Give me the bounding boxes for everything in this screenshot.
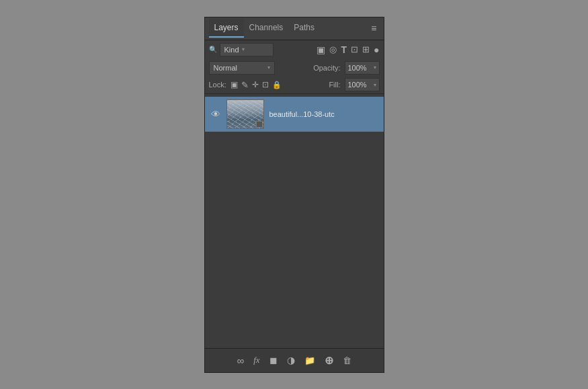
fill-arrow: ▾ [374,82,376,88]
new-layer-icon[interactable]: ⊕ [325,354,333,367]
layer-name: beautiful...10-38-utc [269,110,378,118]
lock-pixels-icon[interactable]: ▣ [230,80,238,89]
tab-layers[interactable]: Layers [209,19,244,38]
blend-row: Normal ▾ Opacity: 100% ▾ [205,59,384,77]
blend-mode-dropdown[interactable]: Normal ▾ [209,61,275,75]
layer-item[interactable]: 👁 beautiful...10-38-utc [205,97,384,132]
opacity-label: Opacity: [313,64,340,72]
bottom-toolbar: ∞ fx ◼ ◑ 📁 ⊕ 🗑 [205,348,384,372]
kind-row: 🔍 Kind ▾ ▣ ◎ T ⊡ ⊞ ● [205,40,384,59]
lock-position-icon[interactable]: ✛ [252,80,259,89]
smartobj-filter-icon[interactable]: ⊞ [362,44,370,55]
tab-bar: Layers Channels Paths ≡ [205,17,384,40]
layers-panel: Layers Channels Paths ≡ 🔍 Kind ▾ ▣ ◎ T ⊡… [204,17,384,373]
opacity-arrow: ▾ [374,64,376,71]
kind-dropdown-arrow: ▾ [242,46,245,52]
fill-label: Fill: [329,81,340,89]
kind-icons: ▣ ◎ T ⊡ ⊞ ● [317,44,379,55]
lock-paint-icon[interactable]: ✎ [241,80,249,90]
lock-label: Lock: [209,81,226,89]
extra-filter-icon[interactable]: ● [374,44,379,55]
adjustment-layer-icon[interactable]: ◑ [287,355,295,365]
layers-list: 👁 beautiful...10-38-utc [205,94,384,348]
layer-thumbnail [226,99,264,129]
layer-effects-icon[interactable]: fx [253,355,259,365]
blend-mode-arrow: ▾ [267,64,270,71]
lock-row: Lock: ▣ ✎ ✛ ⊡ 🔒 Fill: 100% ▾ [205,77,384,94]
layer-visibility-icon[interactable]: 👁 [210,109,221,120]
fill-input[interactable]: 100% ▾ [345,78,380,91]
lock-artboard-icon[interactable]: ⊡ [262,80,269,89]
pixel-filter-icon[interactable]: ▣ [317,44,325,55]
add-mask-icon[interactable]: ◼ [269,355,278,365]
adjustment-filter-icon[interactable]: ◎ [329,44,337,55]
type-filter-icon[interactable]: T [341,44,347,55]
lock-icons: ▣ ✎ ✛ ⊡ 🔒 [230,80,282,90]
search-icon: 🔍 [209,46,217,53]
tab-channels[interactable]: Channels [244,19,289,38]
kind-dropdown[interactable]: Kind ▾ [220,43,274,56]
link-layers-icon[interactable]: ∞ [237,355,244,366]
panel-menu-icon[interactable]: ≡ [368,20,379,36]
new-group-icon[interactable]: 📁 [304,355,315,365]
delete-layer-icon[interactable]: 🗑 [343,355,351,365]
tab-paths[interactable]: Paths [288,19,320,38]
opacity-input[interactable]: 100% ▾ [345,61,380,75]
shape-filter-icon[interactable]: ⊡ [351,44,358,55]
lock-all-icon[interactable]: 🔒 [272,81,282,89]
layer-thumb-badge [256,121,263,128]
